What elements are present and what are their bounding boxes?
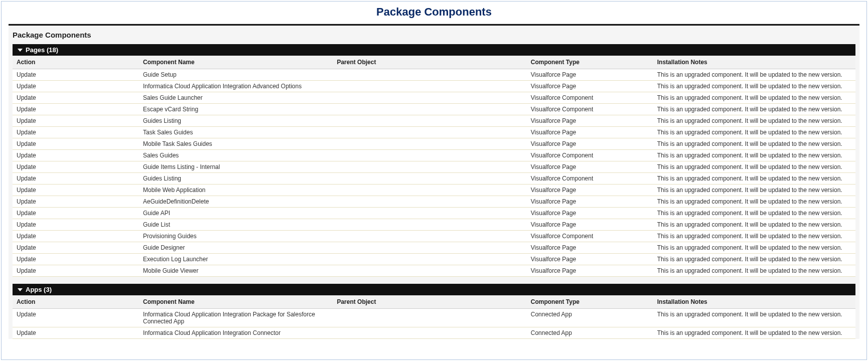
cell-notes: This is an upgraded component. It will b… [653, 185, 855, 196]
cell-action: Update [13, 104, 139, 115]
cell-name: Guide List [139, 219, 333, 231]
package-components-panel: Package Components Pages (18)ActionCompo… [9, 24, 859, 339]
components-table: ActionComponent NameParent ObjectCompone… [13, 295, 855, 339]
section-table: ActionComponent NameParent ObjectCompone… [13, 56, 855, 277]
cell-notes: This is an upgraded component. It will b… [653, 104, 855, 115]
panel-title: Package Components [9, 26, 859, 44]
cell-parent [333, 327, 526, 339]
cell-action: Update [13, 81, 139, 92]
cell-type: Connected App [527, 327, 653, 339]
cell-parent [333, 309, 526, 327]
cell-name: Sales Guide Launcher [139, 92, 333, 104]
cell-parent [333, 231, 526, 242]
table-row: UpdateMobile Guide ViewerVisualforce Pag… [13, 265, 855, 277]
cell-notes: This is an upgraded component. It will b… [653, 69, 855, 81]
cell-action: Update [13, 150, 139, 161]
cell-parent [333, 208, 526, 219]
cell-name: Guide Setup [139, 69, 333, 81]
table-row: UpdateTask Sales GuidesVisualforce PageT… [13, 127, 855, 138]
cell-parent [333, 104, 526, 115]
cell-notes: This is an upgraded component. It will b… [653, 127, 855, 138]
cell-notes: This is an upgraded component. It will b… [653, 219, 855, 231]
cell-parent [333, 161, 526, 173]
cell-type: Visualforce Page [527, 208, 653, 219]
table-row: UpdateGuide SetupVisualforce PageThis is… [13, 69, 855, 81]
cell-type: Connected App [527, 309, 653, 327]
cell-action: Update [13, 327, 139, 339]
cell-action: Update [13, 138, 139, 150]
cell-type: Visualforce Component [527, 92, 653, 104]
cell-action: Update [13, 265, 139, 277]
table-row: UpdateEscape vCard StringVisualforce Com… [13, 104, 855, 115]
cell-notes: This is an upgraded component. It will b… [653, 81, 855, 92]
cell-parent [333, 150, 526, 161]
cell-action: Update [13, 208, 139, 219]
column-header-action[interactable]: Action [13, 295, 139, 309]
cell-notes: This is an upgraded component. It will b… [653, 265, 855, 277]
cell-parent [333, 115, 526, 127]
cell-parent [333, 138, 526, 150]
cell-parent [333, 127, 526, 138]
scroll-area[interactable]: Package Components Pages (18)ActionCompo… [9, 24, 859, 344]
cell-notes: This is an upgraded component. It will b… [653, 138, 855, 150]
column-header-type[interactable]: Component Type [527, 295, 653, 309]
cell-name: Guide API [139, 208, 333, 219]
cell-parent [333, 69, 526, 81]
cell-name: Informatica Cloud Application Integratio… [139, 309, 333, 327]
components-table: ActionComponent NameParent ObjectCompone… [13, 56, 855, 277]
column-header-name[interactable]: Component Name [139, 295, 333, 309]
disclosure-triangle-icon [18, 288, 23, 291]
table-row: UpdateSales Guide LauncherVisualforce Co… [13, 92, 855, 104]
cell-name: Mobile Guide Viewer [139, 265, 333, 277]
cell-type: Visualforce Page [527, 81, 653, 92]
cell-type: Visualforce Page [527, 161, 653, 173]
column-header-type[interactable]: Component Type [527, 56, 653, 69]
cell-parent [333, 242, 526, 254]
column-header-action[interactable]: Action [13, 56, 139, 69]
table-row: UpdateProvisioning GuidesVisualforce Com… [13, 231, 855, 242]
section-header[interactable]: Apps (3) [13, 284, 855, 295]
cell-name: Guide Designer [139, 242, 333, 254]
cell-parent [333, 219, 526, 231]
table-row: UpdateGuide ListVisualforce PageThis is … [13, 219, 855, 231]
cell-action: Update [13, 115, 139, 127]
cell-action: Update [13, 161, 139, 173]
cell-action: Update [13, 242, 139, 254]
cell-notes: This is an upgraded component. It will b… [653, 196, 855, 208]
cell-action: Update [13, 69, 139, 81]
cell-parent [333, 81, 526, 92]
cell-parent [333, 254, 526, 265]
table-row: UpdateSales GuidesVisualforce ComponentT… [13, 150, 855, 161]
cell-name: AeGuideDefinitionDelete [139, 196, 333, 208]
section-header[interactable]: Pages (18) [13, 44, 855, 56]
table-row: UpdateMobile Task Sales GuidesVisualforc… [13, 138, 855, 150]
column-header-notes[interactable]: Installation Notes [653, 295, 855, 309]
cell-notes: This is an upgraded component. It will b… [653, 309, 855, 327]
cell-type: Visualforce Page [527, 254, 653, 265]
cell-notes: This is an upgraded component. It will b… [653, 254, 855, 265]
cell-parent [333, 173, 526, 185]
cell-type: Visualforce Page [527, 185, 653, 196]
column-header-parent[interactable]: Parent Object [333, 56, 526, 69]
cell-type: Visualforce Page [527, 127, 653, 138]
cell-type: Visualforce Page [527, 242, 653, 254]
table-row: UpdateAeGuideDefinitionDeleteVisualforce… [13, 196, 855, 208]
cell-type: Visualforce Page [527, 69, 653, 81]
cell-notes: This is an upgraded component. It will b… [653, 161, 855, 173]
window-frame: Package Components Package Components Pa… [1, 1, 867, 360]
column-header-notes[interactable]: Installation Notes [653, 56, 855, 69]
table-row: UpdateInformatica Cloud Application Inte… [13, 327, 855, 339]
cell-name: Provisioning Guides [139, 231, 333, 242]
cell-name: Informatica Cloud Application Integratio… [139, 81, 333, 92]
cell-action: Update [13, 173, 139, 185]
table-row: UpdateExecution Log LauncherVisualforce … [13, 254, 855, 265]
disclosure-triangle-icon [18, 49, 23, 52]
cell-type: Visualforce Page [527, 219, 653, 231]
column-header-name[interactable]: Component Name [139, 56, 333, 69]
column-header-parent[interactable]: Parent Object [333, 295, 526, 309]
table-row: UpdateInformatica Cloud Application Inte… [13, 81, 855, 92]
cell-name: Guides Listing [139, 115, 333, 127]
cell-parent [333, 265, 526, 277]
cell-name: Informatica Cloud Application Integratio… [139, 327, 333, 339]
cell-name: Guides Listing [139, 173, 333, 185]
